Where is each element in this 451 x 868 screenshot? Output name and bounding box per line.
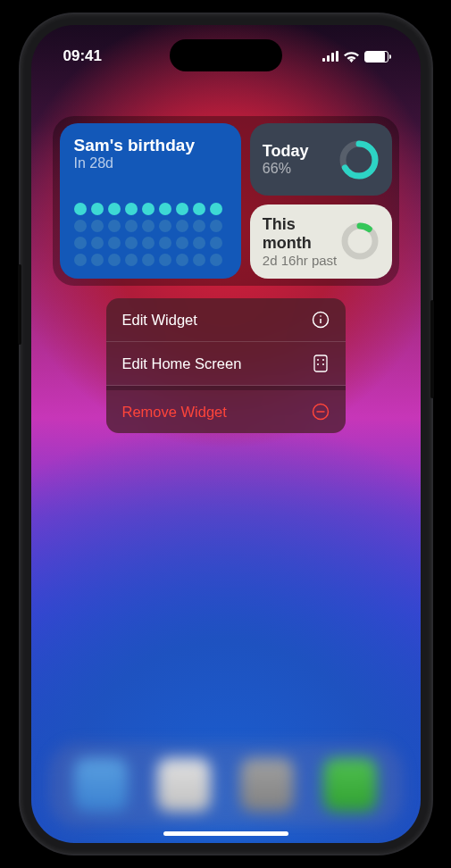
phone-frame: 09:41 Sam's birthday In 28d <box>21 14 431 854</box>
today-widget[interactable]: Today 66% <box>250 123 392 196</box>
status-icons <box>322 51 388 63</box>
widget-stack[interactable]: Sam's birthday In 28d Today 66% <box>53 116 399 286</box>
remove-widget-label: Remove Widget <box>122 404 227 421</box>
today-title: Today <box>263 142 309 161</box>
edit-home-label: Edit Home Screen <box>122 355 242 372</box>
context-menu: Edit Widget Edit Home Screen Remove Widg… <box>106 298 346 433</box>
edit-widget-item[interactable]: Edit Widget <box>106 298 346 342</box>
remove-widget-item[interactable]: Remove Widget <box>106 390 346 433</box>
svg-point-10 <box>317 363 319 365</box>
dock-app-3[interactable] <box>240 758 294 812</box>
countdown-dot-grid <box>74 203 227 266</box>
dock-app-1[interactable] <box>74 758 128 812</box>
countdown-widget[interactable]: Sam's birthday In 28d <box>60 123 241 279</box>
month-progress-ring <box>340 221 380 263</box>
home-indicator[interactable] <box>163 831 288 836</box>
remove-icon <box>312 403 330 421</box>
dock[interactable] <box>49 743 403 827</box>
svg-point-9 <box>322 359 324 361</box>
svg-point-6 <box>320 315 322 317</box>
edit-home-screen-item[interactable]: Edit Home Screen <box>106 342 346 386</box>
screen: 09:41 Sam's birthday In 28d <box>31 25 421 843</box>
today-value: 66% <box>263 161 309 177</box>
svg-point-11 <box>322 363 324 365</box>
dock-app-2[interactable] <box>157 758 211 812</box>
month-value: 2d 16hr past <box>263 253 340 268</box>
svg-rect-7 <box>314 355 327 371</box>
status-time: 09:41 <box>63 47 102 65</box>
dynamic-island <box>170 39 282 71</box>
wifi-icon <box>344 51 359 63</box>
svg-point-8 <box>317 359 319 361</box>
countdown-subtitle: In 28d <box>74 155 227 171</box>
month-title: This month <box>263 215 340 253</box>
today-progress-ring <box>338 139 380 180</box>
battery-icon <box>364 51 388 63</box>
month-widget[interactable]: This month 2d 16hr past <box>250 204 392 279</box>
info-icon <box>312 311 330 329</box>
dock-app-4[interactable] <box>323 758 377 812</box>
countdown-title: Sam's birthday <box>74 136 227 155</box>
cellular-signal-icon <box>322 51 338 62</box>
apps-icon <box>312 355 330 372</box>
edit-widget-label: Edit Widget <box>122 312 197 329</box>
